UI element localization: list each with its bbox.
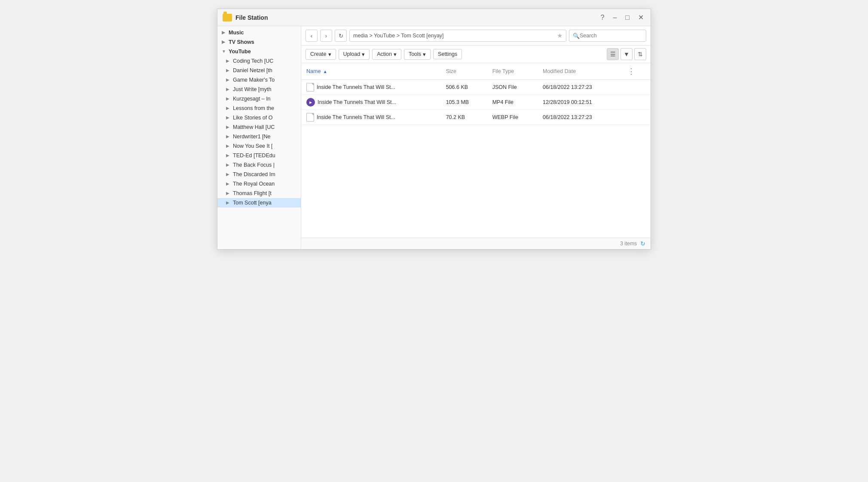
tree-arrow-icon: ▼ (222, 49, 227, 54)
tree-arrow-icon: ▶ (226, 77, 231, 82)
file-modified-cell: 12/28/2019 00:12:51 (538, 95, 620, 110)
sidebar-item-label: Game Maker's To (233, 77, 275, 83)
view-controls: ☰ ▼ ⇅ (607, 48, 646, 60)
upload-label: Upload (343, 51, 361, 57)
file-name-cell: Inside The Tunnels That Will St... (301, 110, 441, 125)
sidebar-item-justwrite[interactable]: ▶ Just Write [myth (217, 85, 301, 94)
sidebar-item-label: The Back Focus | (233, 162, 275, 168)
file-name: Inside The Tunnels That Will St... (317, 84, 395, 90)
tree-arrow-icon: ▶ (226, 106, 231, 111)
refresh-button[interactable]: ↻ (335, 30, 347, 42)
tools-label: Tools (409, 51, 421, 57)
table-row[interactable]: Inside The Tunnels That Will St... 70.2 … (301, 110, 651, 125)
sidebar-item-label: Tom Scott [enya (233, 200, 272, 206)
folder-icon (223, 14, 232, 21)
sidebar-item-label: Thomas Flight [t (233, 190, 272, 196)
sidebar-item-likestories[interactable]: ▶ Like Stories of O (217, 113, 301, 122)
sidebar-item-lessonsfrom[interactable]: ▶ Lessons from the (217, 104, 301, 113)
item-count: 3 items (620, 241, 637, 247)
col-filetype[interactable]: File Type (487, 63, 538, 80)
list-view-dropdown[interactable]: ▼ (620, 48, 633, 60)
file-size-cell: 70.2 KB (441, 110, 487, 125)
sort-arrow-icon: ▲ (323, 69, 327, 74)
col-size[interactable]: Size (441, 63, 487, 80)
breadcrumb-path: media > YouTube > Tom Scott [enyay] (353, 33, 444, 39)
file-name: Inside The Tunnels That Will St... (317, 114, 395, 120)
sidebar-item-discarded[interactable]: ▶ The Discarded Im (217, 170, 301, 179)
favorite-star-icon[interactable]: ★ (557, 32, 562, 40)
list-view-button[interactable]: ☰ (607, 48, 619, 60)
col-modified[interactable]: Modified Date (538, 63, 620, 80)
sort-view-button[interactable]: ⇅ (634, 48, 646, 60)
file-actions-cell (620, 110, 651, 125)
sidebar-item-label: Now You See It [ (233, 143, 272, 149)
sidebar-item-backfocus[interactable]: ▶ The Back Focus | (217, 160, 301, 170)
sidebar-item-tvshows[interactable]: ▶ TV Shows (217, 37, 301, 47)
settings-button[interactable]: Settings (433, 49, 462, 59)
settings-label: Settings (438, 51, 457, 57)
breadcrumb: media > YouTube > Tom Scott [enyay] ★ (349, 30, 566, 42)
table-header-row: Name ▲ Size File Type Modified Date ⋮ (301, 63, 651, 80)
sidebar-item-codingtech[interactable]: ▶ Coding Tech [UC (217, 56, 301, 66)
tree-arrow-icon: ▶ (226, 181, 231, 186)
table-row[interactable]: ▶ Inside The Tunnels That Will St... 105… (301, 95, 651, 110)
file-table-wrapper: Name ▲ Size File Type Modified Date ⋮ (301, 63, 651, 238)
sidebar-item-royalocean[interactable]: ▶ The Royal Ocean (217, 179, 301, 189)
upload-button[interactable]: Upload ▾ (339, 49, 370, 60)
content-area: ‹ › ↻ media > YouTube > Tom Scott [enyay… (301, 26, 651, 249)
col-more: ⋮ (620, 63, 651, 80)
minimize-button[interactable]: – (611, 13, 618, 22)
sidebar-item-tomscott[interactable]: ▶ Tom Scott [enya (217, 198, 301, 207)
sidebar-item-label: Music (229, 30, 244, 36)
title-bar-left: File Station (223, 14, 268, 21)
mp4-file-icon: ▶ (306, 98, 315, 107)
sidebar-item-youtube[interactable]: ▼ YouTube (217, 47, 301, 56)
file-type-cell: WEBP File (487, 110, 538, 125)
file-name-cell: Inside The Tunnels That Will St... (301, 80, 441, 95)
search-bar: 🔍 (569, 30, 646, 42)
nav-toolbar: ‹ › ↻ media > YouTube > Tom Scott [enyay… (301, 26, 651, 46)
search-icon[interactable]: 🔍 (573, 33, 580, 39)
file-name: Inside The Tunnels That Will St... (318, 99, 396, 105)
tree-arrow-icon: ▶ (226, 68, 231, 73)
file-actions-cell (620, 95, 651, 110)
sidebar-item-gamemaker[interactable]: ▶ Game Maker's To (217, 75, 301, 85)
sidebar-item-label: YouTube (229, 49, 251, 55)
sidebar-item-kurzgesagt[interactable]: ▶ Kurzgesagt – In (217, 94, 301, 104)
sidebar-item-nowyouseeit[interactable]: ▶ Now You See It [ (217, 141, 301, 151)
tree-arrow-icon: ▶ (226, 191, 231, 196)
tree-arrow-icon: ▶ (222, 40, 227, 45)
help-button[interactable]: ? (599, 13, 606, 22)
maximize-button[interactable]: □ (623, 13, 631, 22)
status-bar: 3 items ↻ (301, 238, 651, 249)
action-toolbar: Create ▾ Upload ▾ Action ▾ Tools ▾ Setti… (301, 46, 651, 63)
doc-file-icon (306, 113, 314, 122)
tools-button[interactable]: Tools ▾ (404, 49, 431, 60)
sidebar-item-matthewhall[interactable]: ▶ Matthew Hall [UC (217, 122, 301, 132)
tree-arrow-icon: ▶ (226, 58, 231, 64)
sidebar-item-nerdwriter[interactable]: ▶ Nerdwriter1 [Ne (217, 132, 301, 141)
sidebar-item-thomasflight[interactable]: ▶ Thomas Flight [t (217, 189, 301, 198)
sidebar-item-label: Like Stories of O (233, 115, 272, 121)
sidebar-item-label: Coding Tech [UC (233, 58, 273, 64)
sidebar-item-music[interactable]: ▶ Music (217, 28, 301, 37)
close-button[interactable]: ✕ (636, 13, 645, 22)
create-button[interactable]: Create ▾ (306, 49, 336, 60)
status-refresh-icon[interactable]: ↻ (640, 240, 645, 247)
app-title: File Station (235, 14, 268, 21)
sidebar: ▶ Music ▶ TV Shows ▼ YouTube ▶ Coding Te… (217, 26, 301, 249)
search-input[interactable] (580, 33, 640, 39)
sidebar-item-teded[interactable]: ▶ TED-Ed [TEDEdu (217, 151, 301, 160)
create-dropdown-icon: ▾ (328, 51, 331, 58)
sidebar-item-danielnetzel[interactable]: ▶ Daniel Netzel [th (217, 66, 301, 75)
table-row[interactable]: Inside The Tunnels That Will St... 506.6… (301, 80, 651, 95)
action-button[interactable]: Action ▾ (372, 49, 401, 60)
column-options-button[interactable]: ⋮ (626, 67, 637, 76)
forward-button[interactable]: › (320, 30, 332, 42)
back-button[interactable]: ‹ (306, 30, 318, 42)
sidebar-item-label: Just Write [myth (233, 86, 271, 92)
col-name[interactable]: Name ▲ (301, 63, 441, 80)
title-bar: File Station ? – □ ✕ (217, 9, 651, 26)
app-window: File Station ? – □ ✕ ▶ Music ▶ TV Shows … (217, 9, 651, 250)
file-size-cell: 506.6 KB (441, 80, 487, 95)
